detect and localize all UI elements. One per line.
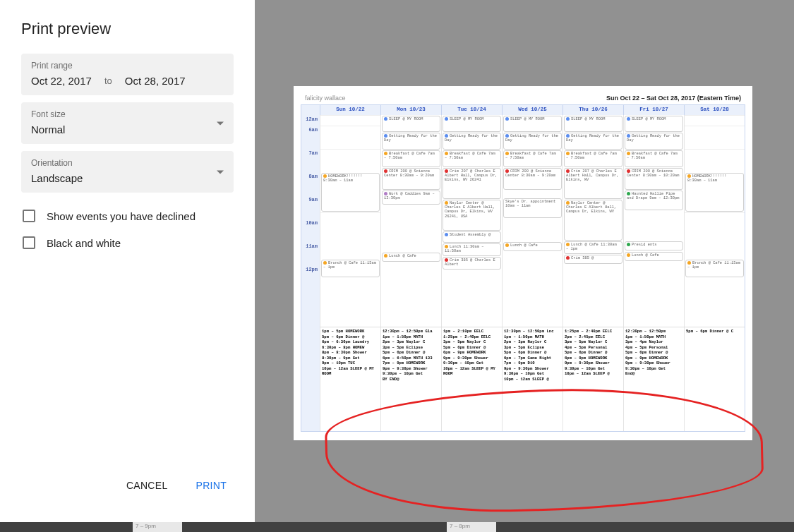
event: Breakfast @ Cafe 7am – 7:50am — [382, 150, 440, 167]
dot-icon — [627, 169, 630, 173]
afternoon-mon: 12:30pm – 12:50pm Gla 1pm – 1:50pm MATH … — [380, 327, 441, 431]
print-range-to[interactable]: Oct 28, 2017 — [125, 75, 186, 87]
event: SLEEP @ MY ROOM — [443, 116, 501, 132]
black-white-row[interactable]: Black and white — [21, 222, 234, 249]
event: Crim 385 @ — [564, 255, 622, 264]
dot-icon — [566, 152, 570, 155]
dot-icon — [445, 152, 448, 155]
print-range-from[interactable]: Oct 22, 2017 — [31, 75, 92, 87]
day-column-sat: HOMEWORK!!!!!!! 8:30am – 11am Brunch @ C… — [684, 115, 745, 327]
day-column-fri: SLEEP @ MY ROOM Getting Ready for the Da… — [623, 115, 684, 327]
hour-label: 7am — [301, 149, 320, 172]
show-declined-row[interactable]: Show events you have declined — [21, 200, 234, 222]
event: CRIM 200 @ Science Center 8:30am – 9:20a… — [503, 168, 562, 190]
cancel-button[interactable]: CANCEL — [126, 480, 168, 491]
chevron-down-icon — [217, 170, 224, 174]
show-declined-label: Show events you have declined — [47, 210, 196, 222]
dot-icon — [627, 134, 630, 138]
event: CRIM 200 @ Science Center 8:30am – 9:20a… — [382, 168, 440, 190]
page-title: Print preview — [21, 20, 234, 38]
hour-label: 12pm — [301, 265, 320, 276]
day-column-sun: HOMEWORK!!!!!!! 8:30am – 11am Brunch @ C… — [320, 115, 380, 327]
dot-icon — [323, 261, 327, 265]
dot-icon — [384, 134, 387, 138]
print-range-to-label: to — [104, 75, 112, 87]
event: Lunch @ Cafe 11:30am – 1pm — [564, 241, 622, 254]
orientation-field[interactable]: Orientation Landscape — [21, 151, 234, 193]
dot-icon — [687, 261, 691, 265]
checkbox-icon[interactable] — [23, 210, 35, 222]
afternoon-sun: 1pm – 5pm HOMEWORK 5pm – 6pm Dinner @ 6p… — [320, 327, 380, 431]
event: Getting Ready for the Day — [503, 133, 562, 150]
event: SLEEP @ MY ROOM — [625, 116, 683, 132]
event: Crim 385 @ Charles E Albert — [443, 257, 501, 270]
background-chip: 7 – 9pm — [133, 522, 182, 532]
event: Brunch @ Cafe 11:15am – 1pm — [685, 260, 744, 277]
dot-icon — [445, 169, 448, 173]
dot-icon — [445, 117, 448, 121]
chevron-down-icon — [217, 121, 224, 125]
event: Getting Ready for the Day — [564, 133, 622, 150]
print-range-label: Print range — [31, 61, 224, 71]
print-range-field[interactable]: Print range Oct 22, 2017 to Oct 28, 2017 — [21, 54, 234, 95]
dot-icon — [505, 117, 509, 121]
event: Lunch @ Cafe — [625, 252, 683, 261]
event: Getting Ready for the Day — [382, 133, 440, 150]
hour-label: 9am — [301, 195, 320, 219]
dialog-footer: CANCEL PRINT — [0, 480, 255, 522]
font-size-field[interactable]: Font size Normal — [21, 102, 234, 144]
day-column-thu: SLEEP @ MY ROOM Getting Ready for the Da… — [563, 115, 623, 327]
dot-icon — [566, 169, 570, 173]
event: Getting Ready for the Day — [443, 133, 501, 150]
orientation-label: Orientation — [31, 158, 224, 168]
dot-icon — [445, 201, 448, 205]
dot-icon — [687, 174, 691, 178]
dot-icon — [566, 117, 570, 121]
font-size-label: Font size — [31, 109, 224, 119]
dot-icon — [384, 117, 387, 121]
dot-icon — [627, 253, 630, 257]
event: Haunted Hallie Pipe and Drape 9am – 12:3… — [625, 191, 683, 210]
event: SLEEP @ MY ROOM — [503, 116, 562, 132]
day-header: Tue 10/24 — [441, 105, 502, 115]
day-header: Sun 10/22 — [320, 105, 380, 115]
event: Brunch @ Cafe 11:15am – 1pm — [321, 260, 380, 277]
event: Student Assembly @ — [443, 231, 501, 243]
afternoon-fri: 12:30pm – 12:50pm 1pm – 1:50pm MATH 3pm … — [623, 327, 684, 431]
preview-area: falicity wallace Sun Oct 22 – Sat Oct 28… — [255, 0, 794, 522]
dot-icon — [384, 192, 387, 195]
dot-icon — [384, 169, 387, 173]
event: Crim 207 @ Charles E Albert Hall, Campus… — [443, 168, 501, 199]
hour-label: 8am — [301, 172, 320, 195]
day-header: Sat 10/28 — [684, 105, 745, 115]
event: Getting Ready for the Day — [625, 133, 683, 150]
checkbox-icon[interactable] — [23, 236, 35, 249]
dot-icon — [627, 243, 630, 246]
day-header: Mon 10/23 — [380, 105, 441, 115]
dot-icon — [627, 152, 630, 155]
event: Lunch @ Cafe — [382, 253, 440, 262]
print-preview-panel: Print preview Print range Oct 22, 2017 t… — [0, 0, 255, 522]
event: Presid ents — [625, 241, 683, 250]
black-white-label: Black and white — [47, 237, 121, 249]
hour-label: 6am — [301, 126, 320, 149]
hours-column: 12am 6am 7am 8am 9am 10am 11am 12pm — [301, 105, 320, 431]
event: Naylor Center @ Charles E Albert Hall, C… — [443, 200, 501, 231]
day-column-mon: SLEEP @ MY ROOM Getting Ready for the Da… — [380, 115, 441, 327]
dot-icon — [445, 258, 448, 262]
print-button[interactable]: PRINT — [196, 480, 227, 491]
dot-icon — [627, 192, 630, 195]
event: Breakfast @ Cafe 7am – 7:50am — [564, 150, 622, 167]
dot-icon — [566, 201, 570, 205]
dot-icon — [566, 256, 570, 260]
event: Work @ Caddies 9am – 12:30pm — [382, 191, 440, 205]
calendar-owner: falicity wallace — [305, 95, 346, 102]
dot-icon — [384, 254, 387, 258]
event: CRIM 200 @ Science Center 8:30am – 10:20… — [625, 168, 683, 190]
hour-label: 10am — [301, 219, 320, 242]
calendar-grid: 12am 6am 7am 8am 9am 10am 11am 12pm Sun … — [301, 104, 745, 432]
background-chip: 7 – 8pm — [447, 522, 496, 532]
event: Lunch @ Cafe — [503, 242, 562, 251]
event: SLEEP @ MY ROOM — [564, 116, 622, 132]
dot-icon — [627, 117, 630, 121]
